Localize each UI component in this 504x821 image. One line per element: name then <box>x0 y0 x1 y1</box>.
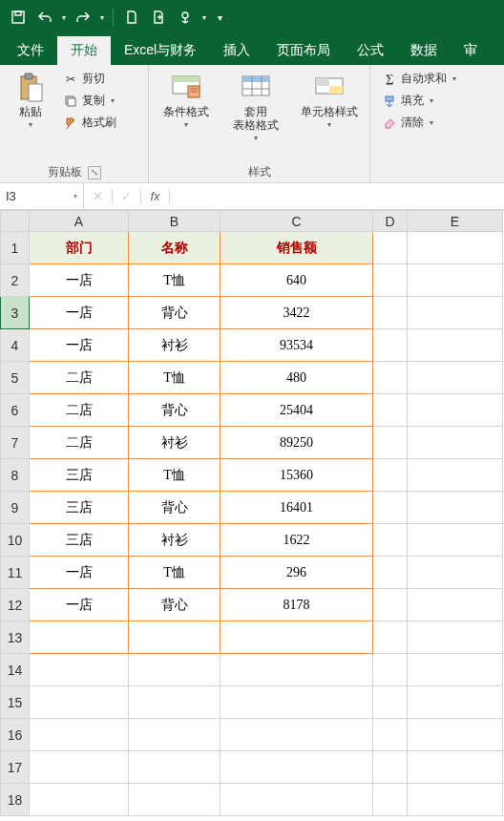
undo-dropdown-icon[interactable]: ▾ <box>59 13 69 22</box>
cell[interactable] <box>129 621 220 654</box>
name-box[interactable]: I3 ▾ <box>0 183 84 209</box>
cell[interactable] <box>373 427 408 459</box>
touch-mode-dropdown-icon[interactable]: ▾ <box>200 13 209 22</box>
tab-review[interactable]: 审 <box>451 36 491 65</box>
cell[interactable] <box>30 621 129 654</box>
cancel-formula-icon[interactable]: ✕ <box>84 189 113 203</box>
cell[interactable] <box>408 589 503 621</box>
cell[interactable]: 3422 <box>220 297 373 329</box>
cell[interactable] <box>408 654 503 686</box>
cell[interactable] <box>408 362 503 394</box>
row-header[interactable]: 14 <box>1 654 30 686</box>
paste-button[interactable]: 粘贴 ▾ <box>8 69 53 133</box>
cell[interactable] <box>220 719 373 751</box>
cell[interactable] <box>129 654 220 686</box>
tab-file[interactable]: 文件 <box>4 36 57 65</box>
row-header[interactable]: 10 <box>1 524 30 557</box>
save-icon[interactable] <box>6 5 31 30</box>
cell[interactable]: 16401 <box>220 492 373 524</box>
cell[interactable] <box>30 784 129 816</box>
row-header[interactable]: 7 <box>1 427 30 459</box>
tab-data[interactable]: 数据 <box>397 36 451 65</box>
cell[interactable] <box>373 297 408 329</box>
formula-input[interactable] <box>170 183 504 209</box>
redo-icon[interactable] <box>71 5 95 30</box>
new-file-icon[interactable] <box>119 5 144 30</box>
tab-insert[interactable]: 插入 <box>210 36 263 65</box>
copy-button[interactable]: 复制 ▾ <box>59 91 120 111</box>
touch-mode-icon[interactable] <box>173 5 198 30</box>
cell[interactable] <box>373 557 408 589</box>
cell[interactable]: 640 <box>220 264 373 297</box>
cell[interactable] <box>408 784 503 816</box>
column-header[interactable]: E <box>408 211 503 232</box>
table-header-cell[interactable]: 名称 <box>129 232 220 264</box>
tab-page-layout[interactable]: 页面布局 <box>263 36 344 65</box>
cell[interactable] <box>373 492 408 524</box>
cell[interactable]: 衬衫 <box>129 329 220 362</box>
row-header[interactable]: 5 <box>1 362 30 394</box>
cell[interactable] <box>408 524 503 557</box>
cell[interactable]: 一店 <box>30 297 129 329</box>
row-header[interactable]: 9 <box>1 492 30 524</box>
undo-icon[interactable] <box>32 5 57 30</box>
cell[interactable] <box>408 297 503 329</box>
cell[interactable]: 背心 <box>129 297 220 329</box>
cell[interactable]: 296 <box>220 557 373 589</box>
fill-button[interactable]: 填充 ▾ <box>378 91 460 111</box>
enter-formula-icon[interactable]: ✓ <box>113 189 141 203</box>
row-header[interactable]: 6 <box>1 394 30 427</box>
cell[interactable]: 背心 <box>129 394 220 427</box>
format-painter-button[interactable]: 格式刷 <box>59 113 120 133</box>
cell[interactable] <box>373 362 408 394</box>
cell[interactable] <box>220 621 373 654</box>
cell[interactable]: T恤 <box>129 264 220 297</box>
row-header[interactable]: 16 <box>1 719 30 751</box>
cell[interactable]: T恤 <box>129 557 220 589</box>
cell[interactable]: 1622 <box>220 524 373 557</box>
row-header[interactable]: 4 <box>1 329 30 362</box>
redo-dropdown-icon[interactable]: ▾ <box>97 13 107 22</box>
cell[interactable] <box>408 394 503 427</box>
cell[interactable] <box>373 719 408 751</box>
cell[interactable] <box>373 686 408 719</box>
cell[interactable]: 衬衫 <box>129 427 220 459</box>
row-header[interactable]: 2 <box>1 264 30 297</box>
cut-button[interactable]: ✂ 剪切 <box>59 69 120 89</box>
cell[interactable] <box>408 686 503 719</box>
cell[interactable]: T恤 <box>129 459 220 492</box>
cell[interactable] <box>408 621 503 654</box>
customize-qat-icon[interactable]: ▾ <box>211 5 228 30</box>
cell[interactable]: 8178 <box>220 589 373 621</box>
cell[interactable] <box>373 654 408 686</box>
autosum-button[interactable]: ∑ 自动求和 ▾ <box>378 69 460 89</box>
column-header[interactable]: D <box>373 211 408 232</box>
row-header[interactable]: 13 <box>1 621 30 654</box>
cell-styles-button[interactable]: 单元格样式 ▾ <box>296 69 362 133</box>
cell[interactable] <box>30 751 129 784</box>
cell[interactable]: 三店 <box>30 459 129 492</box>
cell[interactable]: T恤 <box>129 362 220 394</box>
dialog-launcher-icon[interactable]: ⤡ <box>88 166 101 179</box>
cell[interactable] <box>408 751 503 784</box>
column-header[interactable]: A <box>30 211 129 232</box>
cell[interactable]: 背心 <box>129 589 220 621</box>
cell[interactable] <box>129 784 220 816</box>
format-as-table-button[interactable]: 套用 表格格式 ▾ <box>226 69 284 146</box>
row-header[interactable]: 15 <box>1 686 30 719</box>
cell[interactable]: 480 <box>220 362 373 394</box>
cell[interactable] <box>408 557 503 589</box>
row-header[interactable]: 8 <box>1 459 30 492</box>
cell[interactable] <box>408 264 503 297</box>
cell[interactable]: 二店 <box>30 427 129 459</box>
cell[interactable] <box>373 394 408 427</box>
table-header-cell[interactable]: 销售额 <box>220 232 373 264</box>
cell[interactable]: 三店 <box>30 524 129 557</box>
cell[interactable] <box>408 719 503 751</box>
tab-formulas[interactable]: 公式 <box>344 36 397 65</box>
cell[interactable] <box>373 589 408 621</box>
cell[interactable] <box>408 492 503 524</box>
cell[interactable] <box>373 459 408 492</box>
cell[interactable] <box>408 427 503 459</box>
cell[interactable] <box>373 751 408 784</box>
